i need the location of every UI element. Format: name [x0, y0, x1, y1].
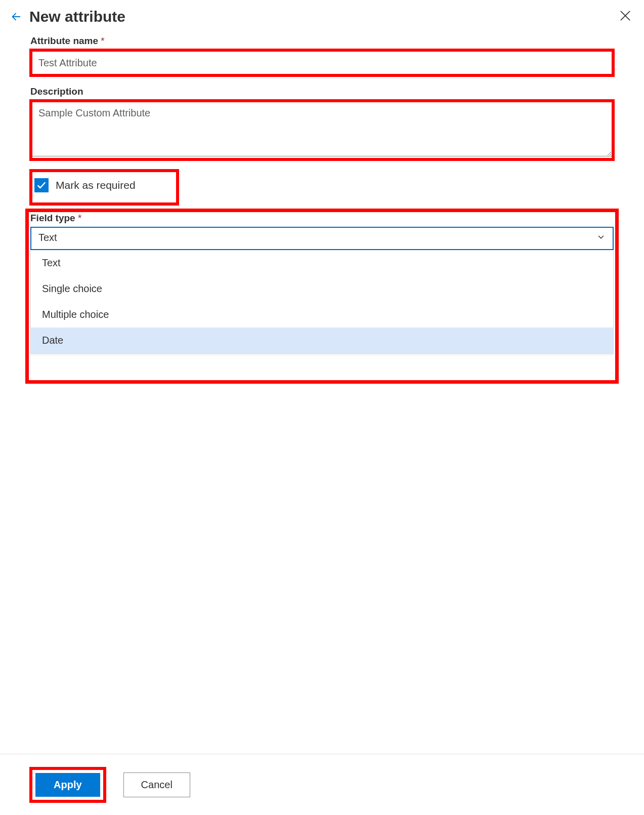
field-type-select[interactable]: Text [30, 227, 614, 250]
required-star-icon: * [101, 35, 104, 46]
field-type-label: Field type * [30, 213, 614, 224]
mark-required-row: Mark as required [30, 170, 614, 200]
attribute-name-field: Attribute name * [30, 35, 614, 76]
mark-required-label: Mark as required [56, 179, 136, 191]
field-type-option-single-choice[interactable]: Single choice [31, 276, 613, 302]
field-type-selected-value: Text [38, 232, 57, 243]
field-type-dropdown: Text Single choice Multiple choice Date [30, 250, 614, 354]
description-field: Description [30, 86, 614, 160]
required-star-icon: * [78, 213, 81, 223]
new-attribute-panel: New attribute Attribute name * Descripti… [0, 0, 644, 815]
field-type-option-date[interactable]: Date [31, 328, 613, 353]
panel-title: New attribute [29, 8, 125, 25]
description-label: Description [30, 86, 614, 97]
panel-footer: Apply Cancel [0, 754, 644, 815]
field-type-label-text: Field type [30, 213, 75, 223]
attribute-name-input[interactable] [32, 51, 612, 74]
panel-content: Attribute name * Description Mark as req… [0, 30, 644, 354]
mark-required-checkbox[interactable] [34, 178, 49, 192]
panel-header: New attribute [0, 0, 644, 30]
field-type-section: Field type * Text Text Single choice Mul… [30, 213, 614, 354]
cancel-button[interactable]: Cancel [123, 772, 190, 797]
apply-button[interactable]: Apply [35, 773, 100, 797]
field-type-option-text[interactable]: Text [31, 250, 613, 276]
back-arrow-icon[interactable] [10, 11, 22, 23]
description-input[interactable] [32, 102, 612, 156]
field-type-option-multiple-choice[interactable]: Multiple choice [31, 302, 613, 328]
attribute-name-label-text: Attribute name [30, 35, 98, 46]
close-icon[interactable] [619, 9, 633, 23]
attribute-name-label: Attribute name * [30, 35, 614, 47]
chevron-down-icon [596, 233, 606, 244]
